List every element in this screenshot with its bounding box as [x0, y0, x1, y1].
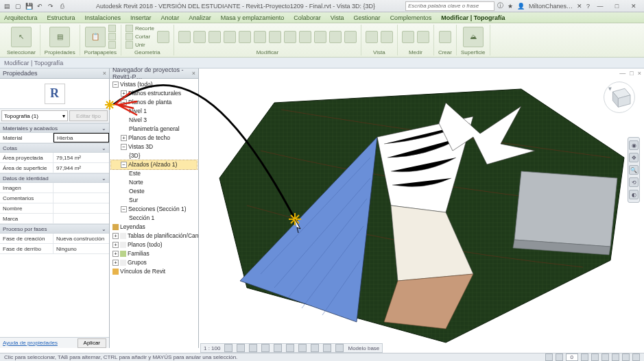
select-face-icon[interactable]	[622, 353, 630, 361]
paste-icon[interactable]: 📋	[85, 27, 106, 47]
cut-clip-icon[interactable]	[108, 25, 116, 32]
signin-icon[interactable]: 👤	[517, 3, 525, 10]
tree-node-nivel1[interactable]: Nivel 1	[111, 107, 197, 116]
tree-node-tablas[interactable]: +Tablas de planificación/Cantidades	[111, 232, 197, 240]
cope-icon[interactable]	[126, 25, 133, 32]
tab-estructura[interactable]: Estructura	[47, 14, 75, 21]
tree-node-3d[interactable]: {3D}	[111, 151, 197, 160]
user-name-label[interactable]: MiltonChanes…	[529, 3, 573, 10]
prop-row-imagen[interactable]: Imagen	[0, 183, 109, 193]
trim-icon[interactable]	[269, 31, 281, 43]
rotate-icon[interactable]	[254, 31, 266, 43]
tree-node-familias[interactable]: +Familias	[111, 249, 197, 258]
prop-row-comentarios[interactable]: Comentarios	[0, 193, 109, 203]
view-icon1[interactable]	[366, 31, 378, 43]
app-menu-icon[interactable]: ▤	[3, 2, 11, 10]
tree-node-alzados[interactable]: −Alzados (Alzado 1)	[111, 160, 197, 169]
match-icon[interactable]	[108, 41, 116, 49]
collapse-icon[interactable]: −	[112, 82, 119, 88]
print-icon[interactable]: ⎙	[58, 2, 66, 10]
select-pinned-icon[interactable]	[612, 353, 619, 361]
sun-path-icon[interactable]	[249, 344, 257, 352]
geom-extra-icon[interactable]	[157, 31, 169, 43]
prop-row-marca[interactable]: Marca	[0, 214, 109, 224]
prop-row-material[interactable]: Material Hierba	[0, 133, 109, 143]
lookat-icon[interactable]: ◐	[629, 190, 639, 199]
help-icon[interactable]: ?	[586, 3, 590, 10]
tree-node-este[interactable]: Este	[111, 169, 197, 178]
scale-label[interactable]: 1 : 100	[204, 345, 220, 351]
star-icon[interactable]: ★	[508, 3, 513, 10]
tree-node-planimetria[interactable]: Planimetría general	[111, 125, 197, 134]
lock3d-icon[interactable]	[311, 344, 319, 352]
properties-help-link[interactable]: Ayuda de propiedades	[3, 340, 58, 346]
tab-gestionar[interactable]: Gestionar	[354, 14, 381, 21]
expand-icon[interactable]: +	[112, 251, 119, 257]
tab-arquitectura[interactable]: Arquitectura	[4, 14, 38, 21]
visual-style-icon[interactable]	[237, 344, 245, 352]
tree-node-planos-planta[interactable]: −Planos de planta	[111, 98, 197, 107]
reveal-icon[interactable]	[335, 344, 344, 352]
cat-identidad[interactable]: Datos de identidad⌄	[0, 173, 109, 183]
redo-icon[interactable]: ↷	[47, 2, 55, 10]
exchange-icon[interactable]: ✕	[577, 3, 582, 10]
pin-icon[interactable]	[329, 31, 342, 43]
tree-node-nivel3[interactable]: Nivel 3	[111, 116, 197, 125]
temp-hide-icon[interactable]	[323, 344, 331, 352]
tab-insertar[interactable]: Insertar	[130, 14, 152, 21]
edit-surface-icon[interactable]: ⛰	[463, 27, 484, 47]
select-underlay-icon[interactable]	[601, 353, 609, 361]
shadows-icon[interactable]	[261, 344, 270, 352]
maximize-button[interactable]: □	[609, 3, 624, 10]
tree-node-secciones[interactable]: −Secciones (Sección 1)	[111, 205, 197, 214]
delete-icon[interactable]	[344, 31, 357, 43]
browser-close-icon[interactable]: ×	[192, 70, 195, 77]
tab-analizar[interactable]: Analizar	[189, 14, 211, 21]
help-search-input[interactable]	[405, 1, 494, 11]
expand-icon[interactable]: +	[112, 242, 119, 248]
tree-node-vistas[interactable]: −Vistas (todo)	[111, 80, 197, 89]
tab-masa[interactable]: Masa y emplazamiento	[221, 14, 285, 21]
tree-node-vinculos[interactable]: Vínculos de Revit	[111, 267, 197, 276]
crop-icon[interactable]	[286, 344, 294, 352]
measure-icon[interactable]	[402, 31, 414, 43]
tree-node-grupos[interactable]: +Grupos	[111, 258, 197, 267]
tab-colaborar[interactable]: Colaborar	[294, 14, 321, 21]
design-options-icon[interactable]	[556, 353, 563, 361]
dimension-icon[interactable]	[417, 31, 429, 43]
tab-complementos[interactable]: Complementos	[390, 14, 432, 21]
viewport-3d[interactable]: — □ ×	[199, 69, 644, 348]
scale-icon[interactable]	[314, 31, 326, 43]
align-icon[interactable]	[178, 31, 191, 43]
drag-icon[interactable]	[632, 353, 640, 361]
home-icon[interactable]	[608, 88, 612, 91]
material-value-field[interactable]: Hierba	[53, 133, 109, 142]
prop-row-nombre[interactable]: Nombre	[0, 203, 109, 214]
filter-icon[interactable]	[581, 353, 588, 361]
modify-tool-icon[interactable]: ↖	[11, 27, 32, 47]
move-icon[interactable]	[224, 31, 236, 43]
properties-icon[interactable]: ▤	[49, 27, 70, 47]
cat-cotas[interactable]: Cotas⌄	[0, 143, 109, 153]
minimize-button[interactable]: —	[593, 3, 608, 10]
tab-modificar-topografia[interactable]: Modificar | Topografía	[441, 14, 505, 21]
zoom-icon[interactable]: 🔍	[629, 165, 639, 175]
expand-icon[interactable]: +	[121, 90, 127, 97]
view-icon2[interactable]	[381, 31, 393, 43]
rendering-icon[interactable]	[274, 344, 282, 352]
tree-node-leyendas[interactable]: Leyendas	[111, 223, 197, 232]
array-icon[interactable]	[299, 31, 311, 43]
tab-vista[interactable]: Vista	[331, 14, 344, 21]
undo-icon[interactable]: ↶	[36, 2, 44, 10]
tree-node-seccion1[interactable]: Sección 1	[111, 214, 197, 223]
crop-region-icon[interactable]	[298, 344, 307, 352]
instance-filter-combo[interactable]: Topografía (1)▾	[1, 110, 68, 121]
tree-node-norte[interactable]: Norte	[111, 178, 197, 187]
collapse-icon[interactable]: −	[121, 99, 127, 105]
tab-anotar[interactable]: Anotar	[161, 14, 180, 21]
copy-icon[interactable]	[239, 31, 251, 43]
tree-node-vistas3d[interactable]: −Vistas 3D	[111, 142, 197, 151]
prop-row-fase-creacion[interactable]: Fase de creaciónNueva construcción	[0, 234, 109, 244]
close-button[interactable]: ✕	[626, 3, 641, 10]
create-icon[interactable]	[439, 31, 451, 43]
